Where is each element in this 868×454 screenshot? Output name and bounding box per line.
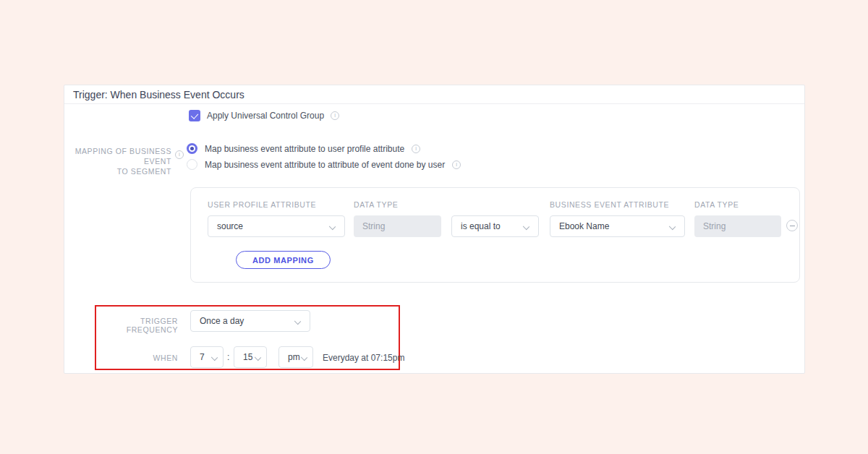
mapping-option-event-attribute: Map business event attribute to attribut…: [187, 159, 461, 170]
data-type-input-disabled: String: [354, 215, 441, 237]
add-mapping-button[interactable]: ADD MAPPING: [236, 251, 331, 269]
data-type-input-disabled: String: [694, 215, 781, 237]
radio-selected[interactable]: [187, 143, 197, 154]
data-type-label: DATA TYPE: [354, 200, 398, 209]
mapping-option-user-profile-label: Map business event attribute to user pro…: [205, 144, 404, 154]
mapping-option-event-attribute-label: Map business event attribute to attribut…: [205, 160, 445, 170]
remove-mapping-button[interactable]: [786, 220, 798, 231]
info-icon[interactable]: i: [452, 160, 461, 169]
mapping-section-label-line1: MAPPING OF BUSINESS EVENT: [70, 146, 171, 166]
info-icon[interactable]: i: [412, 145, 420, 153]
mapping-section-label-line2: TO SEGMENT: [70, 166, 171, 176]
apply-universal-control-group-label: Apply Universal Control Group: [207, 111, 324, 121]
radio-unselected[interactable]: [187, 159, 197, 170]
chevron-down-icon: [211, 354, 218, 361]
when-label: WHEN: [96, 354, 178, 362]
chevron-down-icon: [301, 354, 307, 361]
chevron-down-icon: [669, 223, 676, 230]
mapping-section-label: MAPPING OF BUSINESS EVENT TO SEGMENT: [70, 146, 171, 176]
checkmark-icon: [190, 111, 197, 119]
user-profile-attribute-label: USER PROFILE ATTRIBUTE: [208, 200, 316, 209]
minus-icon: [790, 226, 795, 226]
user-profile-attribute-select[interactable]: source: [208, 215, 345, 237]
highlight-box: TRIGGER FREQUENCY Once a day WHEN 7 : 15…: [95, 305, 400, 370]
info-icon[interactable]: i: [331, 111, 339, 120]
trigger-frequency-label: TRIGGER FREQUENCY: [96, 317, 178, 334]
operator-select[interactable]: is equal to: [451, 215, 539, 237]
universal-control-group-row: Apply Universal Control Group i: [189, 110, 339, 121]
business-event-attribute-label: BUSINESS EVENT ATTRIBUTE: [550, 200, 669, 209]
data-type-label: DATA TYPE: [694, 200, 739, 209]
chevron-down-icon: [329, 223, 336, 230]
time-colon: :: [227, 352, 229, 362]
meridiem-select[interactable]: pm: [278, 346, 313, 368]
business-event-attribute-select[interactable]: Ebook Name: [550, 215, 685, 237]
apply-universal-control-group-checkbox[interactable]: [189, 110, 200, 121]
chevron-down-icon: [294, 318, 301, 325]
mapping-card: USER PROFILE ATTRIBUTE DATA TYPE BUSINES…: [190, 187, 800, 283]
trigger-panel: Trigger: When Business Event Occurs Appl…: [64, 85, 805, 374]
panel-header: Trigger: When Business Event Occurs: [64, 85, 804, 104]
mapping-option-user-profile: Map business event attribute to user pro…: [187, 143, 420, 154]
hour-select[interactable]: 7: [190, 346, 224, 368]
schedule-summary: Everyday at 07:15pm: [323, 353, 404, 363]
trigger-frequency-select[interactable]: Once a day: [190, 310, 310, 332]
chevron-down-icon: [255, 354, 261, 361]
chevron-down-icon: [523, 223, 529, 230]
minute-select[interactable]: 15: [234, 346, 267, 368]
info-icon[interactable]: i: [175, 150, 184, 159]
page-title: Trigger: When Business Event Occurs: [73, 89, 244, 100]
